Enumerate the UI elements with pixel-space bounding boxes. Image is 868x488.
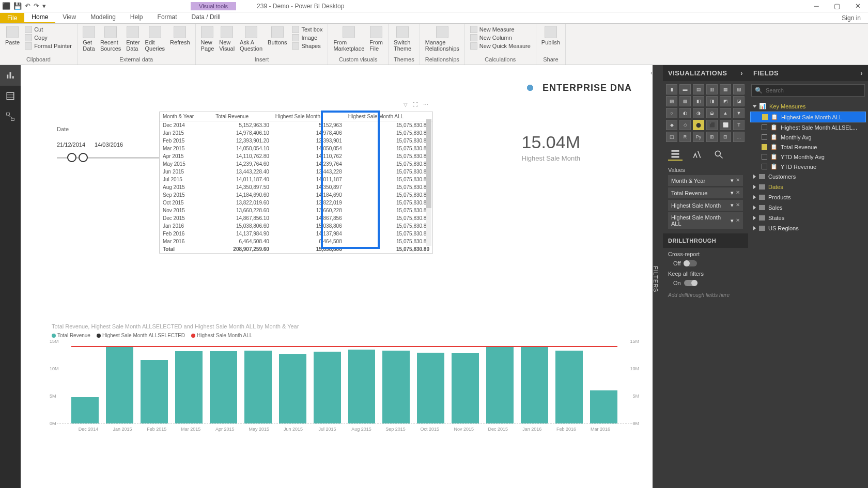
field-item[interactable]: 📋Total Revenue [750,142,866,152]
new-quick-measure-button[interactable]: New Quick Measure [470,42,531,50]
table-row[interactable]: Feb 201512,393,901.2012,393,90115,075,83… [160,137,432,145]
report-view-button[interactable] [0,65,21,86]
viz-type-icon[interactable]: ○ [666,108,677,118]
chart-bar[interactable] [71,397,99,423]
checkbox-icon[interactable] [762,154,767,160]
more-icon[interactable]: ⋯ [423,102,428,107]
viz-type-icon[interactable]: ⊞ [706,132,718,142]
field-item[interactable]: 📋Monthly Avg [750,132,866,142]
viz-type-icon[interactable]: ◒ [706,108,718,118]
save-icon[interactable]: 💾 [13,2,22,10]
card-visual[interactable]: 15.04M Highest Sale Month [522,132,580,162]
image-button[interactable]: Image [292,34,322,41]
chart-bar[interactable] [382,351,410,423]
key-measures-group[interactable]: 📊Key Measures [750,101,866,112]
chart-bar[interactable] [521,347,548,423]
table-group[interactable]: Products [750,192,866,202]
undo-icon[interactable]: ↶ [25,2,30,10]
viz-type-icon[interactable]: Py [693,132,704,142]
chart-bar[interactable] [244,351,272,424]
viz-type-icon[interactable]: ◧ [693,96,704,106]
sign-in-link[interactable]: Sign in [834,13,868,23]
cut-button[interactable]: Cut [25,26,72,33]
report-canvas[interactable]: ‹ ENTERPRISE DNA Date 21/12/2014 14/03/2… [21,65,653,488]
field-item[interactable]: 📋YTD Monthly Avg [750,152,866,162]
shapes-button[interactable]: Shapes [292,42,322,50]
chart-bar[interactable] [314,352,341,423]
date-slicer[interactable]: Date 21/12/2014 14/03/2016 [57,126,160,159]
table-header[interactable]: Highest Sale Month [272,112,345,121]
table-row[interactable]: Apr 201514,110,762.8014,110,76215,075,83… [160,152,432,160]
format-painter-button[interactable]: Format Painter [25,42,72,50]
cross-report-toggle[interactable]: Off [668,259,743,267]
viz-type-icon[interactable]: ◇ [679,120,691,130]
slicer-handle-left[interactable] [67,153,76,162]
tab-data-drill[interactable]: Data / Drill [184,12,228,23]
enter-data-button[interactable]: Enter Data [126,26,140,52]
recent-sources-button[interactable]: Recent Sources [100,26,121,52]
viz-type-icon[interactable]: ◑ [693,108,704,118]
table-row[interactable]: Mar 201514,050,054.1014,050,05415,075,83… [160,145,432,152]
checkbox-icon[interactable] [762,164,767,169]
remove-field-icon[interactable]: ✕ [736,202,740,209]
table-row[interactable]: Mar 20166,464,508.406,464,50815,075,830.… [160,238,432,245]
new-visual-button[interactable]: New Visual [219,26,235,52]
checkbox-icon[interactable] [762,134,767,140]
viz-type-icon[interactable]: ▧ [733,84,745,95]
get-data-button[interactable]: Get Data [83,26,95,52]
remove-field-icon[interactable]: ✕ [736,217,740,224]
new-column-button[interactable]: New Column [470,34,531,41]
table-row[interactable]: May 201514,239,764.6014,239,76415,075,83… [160,160,432,168]
viz-type-icon[interactable]: ▩ [679,96,691,106]
viz-type-icon[interactable]: ▨ [666,96,677,106]
tab-help[interactable]: Help [123,12,150,23]
checkbox-icon[interactable] [762,114,768,120]
close-button[interactable]: ✕ [847,0,868,12]
table-header[interactable]: Highest Sale Month ALL [345,112,432,121]
tab-format[interactable]: Format [150,12,184,23]
table-row[interactable]: Sep 201514,184,690.6014,184,69015,075,83… [160,191,432,199]
publish-button[interactable]: Publish [541,26,560,45]
legend-item[interactable]: Total Revenue [52,333,90,338]
minimize-button[interactable]: ─ [806,0,827,12]
date-to[interactable]: 14/03/2016 [95,141,123,148]
tab-view[interactable]: View [55,12,83,23]
table-scrollbar[interactable] [426,119,431,246]
viz-type-icon[interactable]: … [733,132,745,142]
table-row[interactable]: Feb 201614,137,984.9014,137,98415,075,83… [160,230,432,238]
visualizations-header[interactable]: VISUALIZATIONS › [663,65,748,81]
viz-type-icon[interactable]: ⬛ [706,120,718,130]
slicer-track[interactable] [57,157,160,159]
table-group[interactable]: States [750,213,866,223]
table-header[interactable]: Total Revenue [212,112,272,121]
format-tab-icon[interactable] [690,148,704,161]
table-row[interactable]: Jul 201514,011,187.4014,011,18715,075,83… [160,176,432,183]
field-item[interactable]: 📋Highest Sale Month ALLSEL... [750,122,866,132]
filters-pane-collapsed[interactable]: FILTERS [653,65,663,488]
fields-search[interactable]: 🔍 [751,84,865,97]
switch-theme-button[interactable]: Switch Theme [394,26,411,52]
viz-type-icon[interactable]: ▬ [679,84,691,95]
checkbox-icon[interactable] [762,144,767,150]
checkbox-icon[interactable] [762,124,767,130]
table-row[interactable]: Dec 20145,152,963.305,152,96315,075,830.… [160,121,432,130]
new-measure-button[interactable]: New Measure [470,26,531,33]
textbox-button[interactable]: Text box [292,26,322,33]
viz-type-icon[interactable]: ▲ [720,108,731,118]
table-row[interactable]: Jan 201615,038,806.6015,038,80615,075,83… [160,222,432,230]
chart-bar[interactable] [486,347,514,423]
drillthrough-hint[interactable]: Add drillthrough fields here [663,290,748,300]
chevron-right-icon[interactable]: › [860,69,863,77]
chart-bar[interactable] [175,351,203,423]
viz-type-icon[interactable]: T [733,120,745,130]
chart-bar[interactable] [348,350,376,423]
analytics-tab-icon[interactable] [711,148,726,161]
viz-type-icon[interactable]: ◪ [733,96,745,106]
field-well[interactable]: Highest Sale Month ALL▾✕ [668,212,743,229]
chevron-right-icon[interactable]: › [740,69,743,77]
chart-visual[interactable]: Total Revenue, Highest Sale Month ALLSEL… [52,323,637,424]
viz-type-icon[interactable]: ▥ [706,84,718,95]
keep-filters-toggle[interactable]: On [668,279,743,287]
chart-bar[interactable] [279,354,306,423]
table-group[interactable]: US Regions [750,223,866,233]
